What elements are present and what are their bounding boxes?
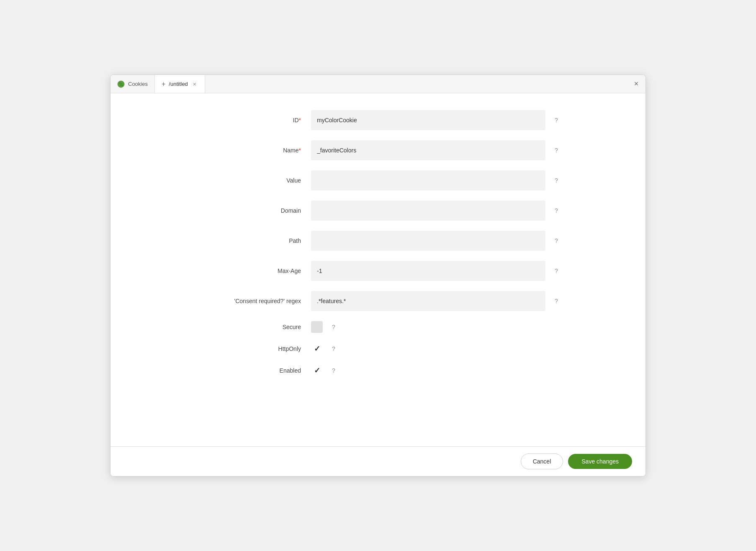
enabled-checkbox[interactable]: ✓ [311,365,323,376]
title-bar: Cookies + /untitled × × [111,75,645,93]
field-path [311,231,545,251]
help-icon-value[interactable]: ? [550,177,562,184]
field-domain [311,201,545,221]
form-row-httponly: HttpOnly ✓ ? [194,343,562,355]
save-changes-button[interactable]: Save changes [568,454,632,469]
help-icon-path[interactable]: ? [550,237,562,244]
httponly-checkmark: ✓ [314,344,320,353]
tab-cookies-label: Cookies [128,81,148,87]
form-row-secure: Secure ? [194,321,562,333]
label-name: Name* [194,147,311,154]
id-input[interactable] [311,110,545,130]
field-id [311,110,545,130]
tab-untitled[interactable]: + /untitled × [155,75,205,93]
required-star-id: * [299,117,301,124]
help-icon-secure[interactable]: ? [328,324,339,330]
path-input[interactable] [311,231,545,251]
httponly-checkbox-container: ✓ [311,343,323,355]
svg-point-2 [121,83,122,84]
label-consent-regex: 'Consent required?' regex [194,298,311,304]
svg-point-5 [121,84,121,85]
help-icon-httponly[interactable]: ? [328,345,339,352]
help-icon-consent-regex[interactable]: ? [550,298,562,304]
form-row-value: Value ? [194,170,562,191]
form-row-domain: Domain ? [194,201,562,221]
label-path: Path [194,237,311,244]
help-icon-domain[interactable]: ? [550,207,562,214]
form-row-name: Name* ? [194,140,562,160]
required-star-name: * [299,147,301,154]
label-domain: Domain [194,207,311,214]
label-value: Value [194,177,311,184]
window-close-button[interactable]: × [627,75,645,93]
label-id: ID* [194,117,311,124]
enabled-checkmark: ✓ [314,366,320,375]
cookie-icon [117,80,125,88]
domain-input[interactable] [311,201,545,221]
form-row-path: Path ? [194,231,562,251]
form-row-id: ID* ? [194,110,562,130]
main-window: Cookies + /untitled × × ID* ? [110,75,646,476]
form-row-consent-regex: 'Consent required?' regex ? [194,291,562,311]
tab-close-button[interactable]: × [191,80,198,88]
svg-point-1 [119,82,121,83]
secure-checkbox[interactable] [311,321,323,333]
help-icon-id[interactable]: ? [550,117,562,124]
name-input[interactable] [311,140,545,160]
form-container: ID* ? Name* ? Value [177,110,579,376]
svg-point-3 [120,85,121,85]
cancel-button[interactable]: Cancel [521,453,563,469]
field-value [311,170,545,191]
consent-regex-input[interactable] [311,291,545,311]
httponly-checkbox[interactable]: ✓ [311,343,323,355]
field-consent-regex [311,291,545,311]
field-maxage [311,261,545,281]
label-maxage: Max-Age [194,268,311,274]
field-name [311,140,545,160]
tab-untitled-label: /untitled [169,81,188,87]
maxage-input[interactable] [311,261,545,281]
help-icon-name[interactable]: ? [550,147,562,154]
enabled-checkbox-container: ✓ [311,365,323,376]
svg-point-4 [121,85,123,86]
new-tab-icon: + [162,80,165,88]
help-icon-enabled[interactable]: ? [328,367,339,374]
secure-checkbox-container [311,321,323,333]
form-row-maxage: Max-Age ? [194,261,562,281]
value-input[interactable] [311,170,545,191]
tab-cookies[interactable]: Cookies [111,75,155,93]
footer: Cancel Save changes [111,446,645,476]
label-enabled: Enabled [194,367,311,374]
form-row-enabled: Enabled ✓ ? [194,365,562,376]
main-content: ID* ? Name* ? Value [111,93,645,446]
label-httponly: HttpOnly [194,345,311,352]
label-secure: Secure [194,324,311,330]
help-icon-maxage[interactable]: ? [550,268,562,274]
